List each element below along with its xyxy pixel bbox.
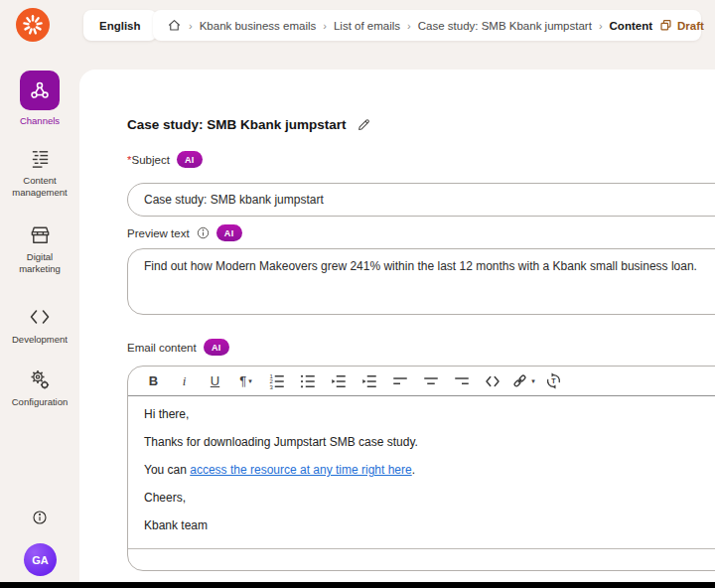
sidebar-item-label: Configuration <box>5 396 74 408</box>
breadcrumb-item-emails[interactable]: Kbank business emails <box>200 20 317 32</box>
home-icon[interactable] <box>167 18 182 33</box>
subject-input[interactable] <box>127 183 715 217</box>
sidebar-item-content-management[interactable]: Content management <box>0 147 79 198</box>
draft-pages-icon <box>659 19 672 32</box>
sidebar-item-label: Content management <box>5 175 74 198</box>
underline-button[interactable]: U <box>200 368 230 394</box>
dynamic-text-button[interactable]: T <box>538 368 569 394</box>
sidebar-item-development[interactable]: Development <box>0 305 79 346</box>
breadcrumb-item-content: Content <box>610 20 652 32</box>
code-button[interactable] <box>477 368 507 394</box>
subject-ai-button[interactable]: AI <box>177 151 203 168</box>
preview-text-input[interactable]: Find out how Modern Makeovers grew 241% … <box>127 248 715 315</box>
sidebar-item-label: Channels <box>5 115 74 127</box>
breadcrumb-item-case-study[interactable]: Case study: SMB Kbank jumpstart <box>418 20 592 32</box>
sidebar-item-digital-marketing[interactable]: Digital marketing <box>0 223 79 274</box>
email-body-editor[interactable]: Hi there, Thanks for downloading Jumpsta… <box>128 396 715 548</box>
paragraph-style-button[interactable]: ¶▾ <box>230 368 261 394</box>
rte-toolbar: B i U ¶▾ 123 <box>128 367 715 396</box>
svg-text:T: T <box>551 377 556 385</box>
email-content-label: Email content <box>127 342 197 354</box>
outdent-button[interactable] <box>323 368 354 394</box>
email-paragraph: Hi there, <box>144 407 715 422</box>
breadcrumb-item-list[interactable]: List of emails <box>334 20 400 32</box>
sidebar-item-label: Digital marketing <box>5 251 74 274</box>
status-badge: Draft <box>659 19 704 32</box>
email-ai-button[interactable]: AI <box>204 339 229 356</box>
preview-info-icon[interactable] <box>197 226 210 239</box>
breadcrumb-separator: › <box>407 20 411 32</box>
main-content: Case study: SMB Kbank jumpstart *Subject… <box>79 70 715 582</box>
svg-text:3: 3 <box>269 383 273 389</box>
storefront-icon <box>0 223 79 246</box>
email-paragraph: Cheers, <box>144 491 715 506</box>
unordered-list-button[interactable] <box>292 368 323 394</box>
align-center-button[interactable] <box>415 368 446 394</box>
bottom-edge-strip <box>0 582 715 588</box>
link-button[interactable]: ▾ <box>507 368 538 394</box>
top-bar: English › Kbank business emails › List o… <box>0 0 715 55</box>
breadcrumb-separator: › <box>189 20 193 32</box>
rich-text-editor: B i U ¶▾ 123 <box>127 366 715 571</box>
bold-button[interactable]: B <box>138 368 169 394</box>
ordered-list-button[interactable]: 123 <box>261 368 292 394</box>
sidebar: Channels Content management Digital mark <box>0 55 79 582</box>
chevron-down-icon: ▾ <box>248 377 252 385</box>
gears-icon <box>0 368 79 391</box>
sidebar-item-configuration[interactable]: Configuration <box>0 368 79 408</box>
chevron-down-icon: ▾ <box>531 377 535 385</box>
breadcrumb: › Kbank business emails › List of emails… <box>153 10 701 41</box>
status-badge-label: Draft <box>677 20 704 32</box>
align-left-button[interactable] <box>384 368 415 394</box>
page-title: Case study: SMB Kbank jumpstart <box>127 117 347 132</box>
code-brackets-icon <box>0 305 79 329</box>
channels-icon <box>20 71 60 110</box>
sidebar-item-channels[interactable]: Channels <box>0 71 79 127</box>
content-tree-icon <box>0 147 79 170</box>
rte-footer <box>128 548 715 570</box>
avatar[interactable]: GA <box>24 543 57 576</box>
language-button[interactable]: English <box>83 10 157 41</box>
starburst-logo-icon <box>22 14 44 36</box>
info-icon[interactable] <box>0 510 79 525</box>
italic-button[interactable]: i <box>169 368 200 394</box>
breadcrumb-separator: › <box>599 20 603 32</box>
email-paragraph: Kbank team <box>144 518 715 533</box>
resource-link[interactable]: access the resource at any time right he… <box>190 463 411 477</box>
indent-button[interactable] <box>354 368 384 394</box>
breadcrumb-separator: › <box>323 20 327 32</box>
sidebar-item-label: Development <box>5 334 74 346</box>
email-paragraph: You can access the resource at any time … <box>144 463 715 478</box>
app-logo[interactable] <box>16 8 50 42</box>
preview-ai-button[interactable]: AI <box>216 224 242 241</box>
email-paragraph: Thanks for downloading Jumpstart SMB cas… <box>144 435 715 450</box>
subject-label: *Subject <box>127 154 170 166</box>
align-right-button[interactable] <box>446 368 477 394</box>
edit-title-icon[interactable] <box>357 117 371 132</box>
preview-label: Preview text <box>127 227 190 239</box>
